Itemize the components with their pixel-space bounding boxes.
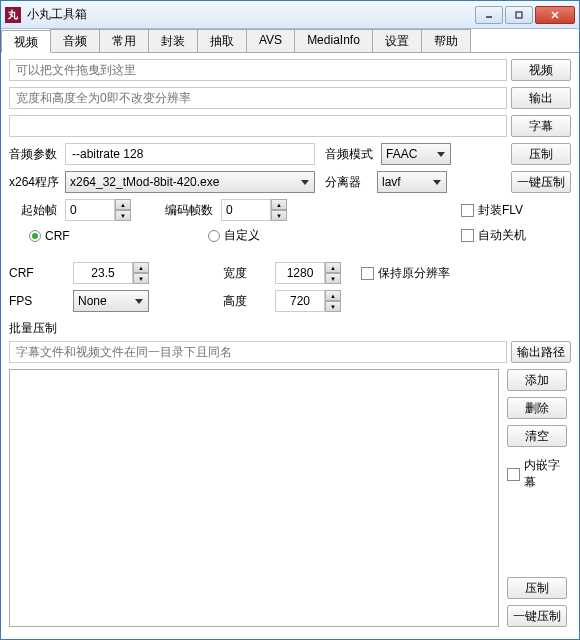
x264-select[interactable]: x264_32_tMod-8bit-420.exe (65, 171, 315, 193)
tab-video[interactable]: 视频 (1, 30, 51, 53)
x264-label: x264程序 (9, 174, 61, 191)
width-label: 宽度 (223, 265, 251, 282)
height-label: 高度 (223, 293, 251, 310)
minimize-button[interactable] (475, 6, 503, 24)
tab-extract[interactable]: 抽取 (197, 29, 247, 52)
output-file-field[interactable] (9, 87, 507, 109)
maximize-button[interactable] (505, 6, 533, 24)
app-window: 丸 小丸工具箱 视频 音频 常用 封装 抽取 AVS MediaInfo 设置 … (0, 0, 580, 640)
tab-content: 视频 输出 字幕 音频参数 音频模式 FAAC 压制 x264程序 x264_3… (1, 53, 579, 639)
audio-params-input[interactable] (65, 143, 315, 165)
audio-mode-select[interactable]: FAAC (381, 143, 451, 165)
clear-button[interactable]: 清空 (507, 425, 567, 447)
window-title: 小丸工具箱 (27, 6, 475, 23)
tab-avs[interactable]: AVS (246, 29, 295, 52)
subtitle-file-field[interactable] (9, 115, 507, 137)
outpath-button[interactable]: 输出路径 (511, 341, 571, 363)
tab-bar: 视频 音频 常用 封装 抽取 AVS MediaInfo 设置 帮助 (1, 29, 579, 53)
demuxer-label: 分离器 (325, 174, 373, 191)
svg-rect-1 (516, 12, 522, 18)
spin-down-icon[interactable]: ▼ (115, 210, 131, 221)
wrapflv-checkbox[interactable]: 封装FLV (461, 202, 571, 219)
compress-button[interactable]: 压制 (511, 143, 571, 165)
startframe-label: 起始帧 (9, 202, 61, 219)
tab-mux[interactable]: 封装 (148, 29, 198, 52)
autoshut-checkbox[interactable]: 自动关机 (461, 227, 571, 244)
keepres-checkbox[interactable]: 保持原分辨率 (361, 265, 450, 282)
height-spinner[interactable]: ▲▼ (275, 290, 341, 312)
tab-help[interactable]: 帮助 (421, 29, 471, 52)
audio-mode-label: 音频模式 (325, 146, 377, 163)
startframe-spinner[interactable]: ▲▼ (65, 199, 131, 221)
tab-mediainfo[interactable]: MediaInfo (294, 29, 373, 52)
custom-radio[interactable]: 自定义 (208, 227, 260, 244)
window-buttons (475, 6, 575, 24)
width-spinner[interactable]: ▲▼ (275, 262, 341, 284)
crf-radio[interactable]: CRF (29, 229, 70, 243)
batch-list[interactable] (9, 369, 499, 627)
tab-settings[interactable]: 设置 (372, 29, 422, 52)
embedsub-checkbox[interactable]: 内嵌字幕 (507, 457, 571, 491)
crf-value-label: CRF (9, 266, 49, 280)
fps-label: FPS (9, 294, 49, 308)
audio-params-label: 音频参数 (9, 146, 61, 163)
batch-compress-button[interactable]: 压制 (507, 577, 567, 599)
add-button[interactable]: 添加 (507, 369, 567, 391)
input-file-field[interactable] (9, 59, 507, 81)
subtitle-button[interactable]: 字幕 (511, 115, 571, 137)
close-button[interactable] (535, 6, 575, 24)
delete-button[interactable]: 删除 (507, 397, 567, 419)
demuxer-select[interactable]: lavf (377, 171, 447, 193)
fps-select[interactable]: None (73, 290, 149, 312)
batch-path-field[interactable] (9, 341, 507, 363)
crf-spinner[interactable]: ▲▼ (73, 262, 149, 284)
encframes-spinner[interactable]: ▲▼ (221, 199, 287, 221)
app-icon: 丸 (5, 7, 21, 23)
batch-onekey-button[interactable]: 一键压制 (507, 605, 567, 627)
onekey-button[interactable]: 一键压制 (511, 171, 571, 193)
batch-section-label: 批量压制 (9, 320, 571, 337)
tab-audio[interactable]: 音频 (50, 29, 100, 52)
spin-up-icon[interactable]: ▲ (115, 199, 131, 210)
output-button[interactable]: 输出 (511, 87, 571, 109)
encframes-label: 编码帧数 (165, 202, 217, 219)
tab-common[interactable]: 常用 (99, 29, 149, 52)
video-button[interactable]: 视频 (511, 59, 571, 81)
title-bar: 丸 小丸工具箱 (1, 1, 579, 29)
